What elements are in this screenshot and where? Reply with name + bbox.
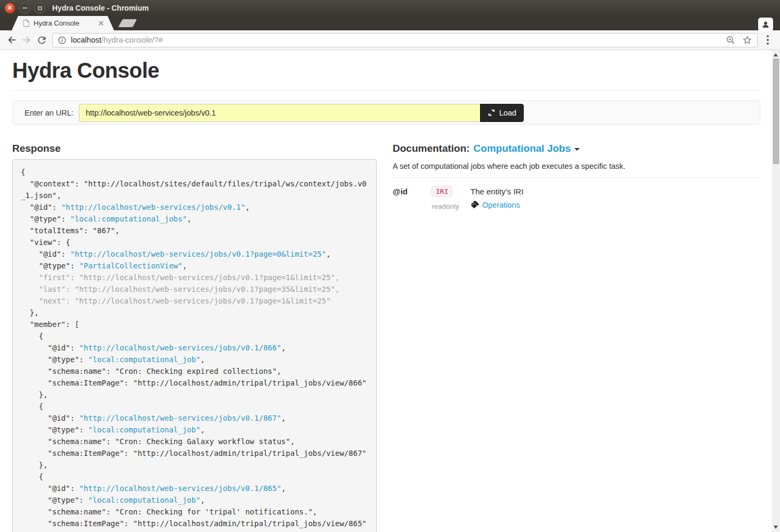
url-host: localhost [71,36,101,44]
url-input[interactable] [79,104,480,122]
window-close-button[interactable]: ✕ [4,3,15,14]
info-icon[interactable] [58,36,67,45]
json-text: { [21,168,25,176]
json-link[interactable]: "local:computational_job" [88,425,200,434]
minimize-icon [22,7,27,9]
documentation-section: Documentation: Computational Jobs A set … [393,137,760,532]
json-text: "schema:name": "Cron: Checking for 'trip… [21,508,317,516]
json-text: , [187,215,191,223]
back-arrow-icon [6,34,18,46]
json-line: "schema:ItemPage": "http://localhost/adm… [21,518,368,529]
profile-avatar-button[interactable] [758,18,773,31]
new-tab-button[interactable] [118,19,137,27]
json-text: , [281,343,286,352]
documentation-class-link[interactable]: Computational Jobs [474,143,571,154]
json-text: { [21,472,43,481]
json-text: , [326,250,330,258]
browser-menu-button[interactable] [760,35,776,45]
json-text: "@type": [21,355,88,364]
page-scrollbar[interactable] [772,50,780,532]
json-text: }, [21,461,48,469]
window-titlebar: ✕ Hydra Console - Chromium [0,0,780,16]
window-minimize-button[interactable] [19,3,30,14]
json-link[interactable]: "http://localhost/web-services/jobs/v0.1… [79,484,281,493]
zoom-in-icon [726,35,736,45]
json-link[interactable]: "local:computational_job" [88,355,200,364]
json-link[interactable]: "http://localhost/web-services/jobs/v0.1… [70,250,326,258]
documentation-divider [393,177,760,178]
json-link[interactable]: "http://localhost/web-services/jobs/v0.1… [79,343,281,352]
address-bar[interactable]: localhost/hydra-console/?# [52,33,758,47]
operations-link[interactable]: Operations [482,201,520,209]
zoom-button[interactable] [726,35,736,45]
json-text: "next": "http://localhost/web-services/j… [21,297,331,305]
json-link[interactable]: "local:computational_job" [88,496,200,504]
json-text: "schema:name": "Cron: Checking expired c… [21,367,281,375]
divider [12,90,760,91]
json-text: "schema:name": "Cron: Checking Galaxy wo… [21,437,295,446]
json-line: "@context": "http://localhost/sites/defa… [21,178,368,201]
json-text: , [281,414,286,422]
json-line: "first": "http://localhost/web-services/… [21,272,368,283]
json-link[interactable]: "http://localhost/web-services/jobs/v0.1… [79,414,281,422]
scroll-down-arrow-icon[interactable] [774,526,778,529]
json-text: }, [21,308,39,317]
json-line: { [21,471,368,482]
back-button[interactable] [4,32,19,47]
json-line: "schema:name": "Cron: Checking expired c… [21,365,368,377]
json-line: { [21,400,368,412]
scrollbar-thumb[interactable] [773,59,779,164]
json-line: "@id": "http://localhost/web-services/jo… [21,412,368,424]
page-title: Hydra Console [12,59,760,83]
tab-close-icon[interactable]: ✕ [98,19,104,27]
property-modifier: readonly [432,202,459,210]
json-text: "@type": [21,496,88,504]
json-line: "@type": "PartialCollectionView", [21,260,368,272]
json-line: "@type": "local:computational_job", [21,494,368,506]
json-line: "@type": "local:computational_job", [21,424,368,436]
page-icon [22,19,30,27]
json-text: { [21,402,43,411]
json-link[interactable]: "http://localhost/web-services/jobs/v0.1… [61,203,246,211]
documentation-description: A set of computational jobs where each j… [393,162,760,170]
property-type-column: IRI readonly [432,186,470,210]
json-line: "@id": "http://localhost/web-services/jo… [21,201,368,213]
property-type-badge: IRI [432,186,452,197]
json-text: "@type": [21,215,70,223]
star-icon [742,35,752,45]
browser-tab[interactable]: Hydra Console ✕ [12,16,114,30]
json-text: , [200,425,205,434]
json-text: "@context": "http://localhost/sites/defa… [21,179,367,200]
scroll-up-arrow-icon[interactable] [774,53,778,56]
json-text: , [182,261,186,270]
json-line: }, [21,459,368,471]
json-text: , [200,496,205,504]
json-text: "schema:ItemPage": "http://localhost/adm… [21,519,367,528]
json-line: "schema:ItemPage": "http://localhost/adm… [21,447,368,459]
json-text: "view": { [21,238,70,247]
property-row: @id IRI readonly The entity's IRI Operat… [393,186,760,210]
json-line: "schema:ItemPage": "http://localhost/adm… [21,377,368,389]
json-line: "view": { [21,236,368,248]
url-form: Enter an URL: Load [12,101,760,125]
forward-button[interactable] [19,32,34,47]
reload-button[interactable] [34,32,49,47]
json-text: "member": [ [21,320,79,329]
json-text: "@id": [21,484,79,493]
response-json: { "@context": "http://localhost/sites/de… [12,159,377,532]
browser-window: ✕ Hydra Console - Chromium Hydra Console… [0,0,780,532]
load-button[interactable]: Load [480,104,524,122]
json-text: "@type": [21,425,88,434]
url-form-label: Enter an URL: [25,109,74,117]
load-button-label: Load [499,109,516,117]
property-description: The entity's IRI [470,186,524,196]
json-link[interactable]: "local:computational_jobs" [70,215,187,223]
json-line: "next": "http://localhost/web-services/j… [21,295,368,307]
json-text: , [281,484,286,493]
json-link[interactable]: "PartialCollectionView" [79,261,183,270]
json-line: "@id": "http://localhost/web-services/jo… [21,248,368,260]
bookmark-button[interactable] [742,35,752,45]
window-maximize-button[interactable] [34,3,45,14]
browser-toolbar: localhost/hydra-console/?# [0,30,780,50]
chevron-down-icon[interactable] [574,148,580,151]
